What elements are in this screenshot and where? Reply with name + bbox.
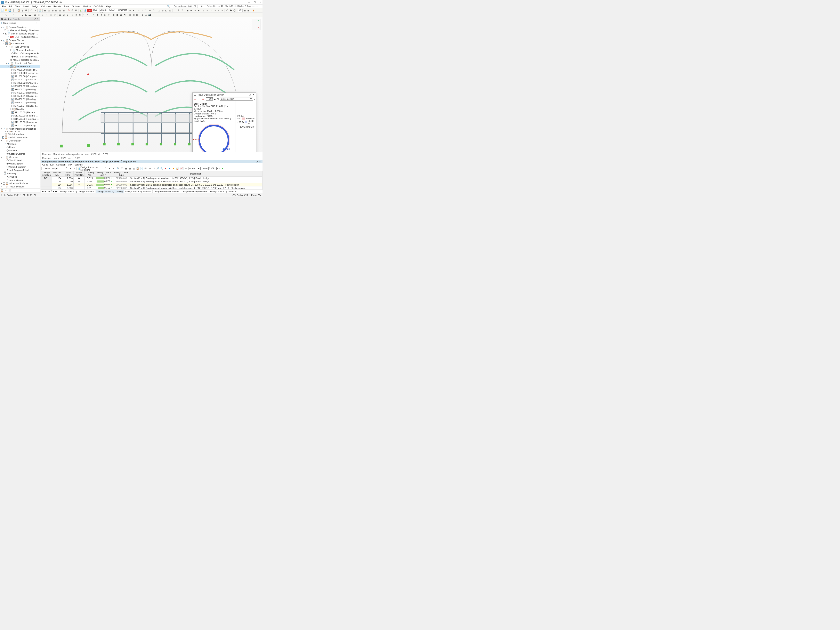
nav3-icon[interactable]: ↻: [145, 9, 148, 12]
r1-icon[interactable]: ◐: [112, 13, 115, 17]
menu-help[interactable]: Help: [105, 5, 112, 8]
mod3-icon[interactable]: ⤪: [78, 13, 81, 17]
ds-maxsel[interactable]: Max. of selected 'Design Situations': [11, 32, 39, 35]
pg-first-icon[interactable]: ⏮: [41, 190, 44, 193]
layout5-icon[interactable]: ▨: [58, 9, 62, 12]
pmenu-view[interactable]: View: [68, 163, 73, 166]
table-row[interactable]: 1341.996≅CO15 0.907 ✔SP6500.01Section Pr…: [41, 183, 262, 186]
p-prev2-icon[interactable]: ◂: [108, 167, 111, 170]
sp-6[interactable]: SP4100.03 | Bending about y…: [14, 88, 39, 91]
model1-icon[interactable]: ⬡: [226, 9, 229, 12]
th-loc[interactable]: Locationx [m]: [62, 171, 74, 177]
grid3-icon[interactable]: ⊠: [66, 13, 69, 17]
sp-0[interactable]: SP0100.00 | Negligible intern…: [14, 68, 39, 71]
dim3-icon[interactable]: ⟶: [91, 13, 94, 17]
btab-4[interactable]: Design Ratios by Member: [180, 190, 209, 193]
nf-sect[interactable]: Section: [9, 149, 17, 152]
layout6-icon[interactable]: ▩: [62, 9, 65, 12]
th-desc[interactable]: Description: [129, 171, 262, 177]
panel-dock-icon[interactable]: ⤢: [256, 160, 258, 163]
line-icon[interactable]: ／: [1, 13, 4, 17]
panel-filter1[interactable]: ⟊Steel Design˅: [41, 167, 68, 170]
nav-close-icon[interactable]: ✕: [37, 17, 39, 20]
dc-maxwit[interactable]: Max. of all design checks wit…: [14, 55, 39, 58]
print-icon[interactable]: 🖨: [21, 9, 24, 12]
scale-combo[interactable]: 10: [238, 9, 243, 12]
r2-icon[interactable]: ◑: [116, 13, 119, 17]
sect-gross-select[interactable]: Gross Section: [220, 97, 253, 101]
model3-icon[interactable]: ◯: [233, 9, 236, 12]
calc4-icon[interactable]: ⚙: [74, 9, 78, 12]
prev-icon[interactable]: ◂: [128, 9, 132, 12]
pt17-icon[interactable]: 📈: [180, 167, 183, 170]
render1-icon[interactable]: ▦: [243, 9, 246, 12]
th-mem[interactable]: MemberNo.: [52, 171, 62, 177]
sect-t1-icon[interactable]: ⟘: [193, 98, 197, 101]
pt2-icon[interactable]: ☑: [120, 167, 124, 170]
calc-icon[interactable]: 📋: [17, 9, 20, 12]
cs3-icon[interactable]: ○: [41, 13, 44, 17]
report-icon[interactable]: 🖶: [24, 9, 28, 12]
panel-filter2[interactable]: 📊 Design Ratios on Members˅: [76, 167, 107, 170]
menu-assign[interactable]: Assign: [30, 5, 39, 8]
filter-none[interactable]: None: [188, 167, 201, 170]
pmenu-settings[interactable]: Settings: [74, 163, 83, 166]
dc-root[interactable]: Design Checks: [9, 39, 24, 41]
r3-icon[interactable]: ◒: [119, 13, 123, 17]
layout1-icon[interactable]: ▦: [43, 9, 47, 12]
grid1-icon[interactable]: ⊟: [58, 13, 62, 17]
sp-4[interactable]: SP3200.02 | Shear in y-axis ac…: [14, 82, 39, 84]
axes4-icon[interactable]: ↘: [213, 9, 216, 12]
layout2-icon[interactable]: ▥: [47, 9, 51, 12]
layout4-icon[interactable]: ▧: [55, 9, 58, 12]
dc-stab[interactable]: Stability: [16, 108, 24, 111]
sp-3[interactable]: SP3100.02 | Shear in z-axis ac…: [14, 78, 39, 81]
search-input[interactable]: [173, 5, 197, 8]
sel2-icon[interactable]: ▭: [49, 13, 53, 17]
p-next2-icon[interactable]: ▸: [112, 167, 115, 170]
mod1-icon[interactable]: ↕: [71, 13, 74, 17]
box3-icon[interactable]: ◇: [193, 9, 196, 12]
axes2-icon[interactable]: ↔: [206, 9, 209, 12]
res1-icon[interactable]: ▤: [128, 13, 131, 17]
sect-more-icon[interactable]: »: [254, 98, 255, 100]
cs2-icon[interactable]: ▭: [37, 13, 40, 17]
th-lo[interactable]: LoadingNo.: [85, 171, 95, 177]
menu-file[interactable]: File: [1, 5, 7, 8]
pt7-icon[interactable]: 📄: [140, 167, 143, 170]
sect-t3-icon[interactable]: ⊥: [202, 98, 205, 101]
next-icon[interactable]: ▸: [132, 9, 135, 12]
sp-11[interactable]: SP6500.04 | Biaxial bending a…: [14, 104, 39, 107]
nf-mem[interactable]: Members: [7, 143, 16, 145]
view3-icon[interactable]: ◰: [164, 9, 168, 12]
info1-icon[interactable]: ℹ: [141, 13, 144, 17]
sect-min-icon[interactable]: —: [244, 93, 246, 96]
btab-1[interactable]: Design Ratios by Loading: [96, 190, 124, 193]
navtab-results-icon[interactable]: 📈: [8, 189, 11, 192]
box-icon[interactable]: ▣: [186, 9, 189, 12]
sect-max-icon[interactable]: ▢: [249, 93, 251, 96]
arc-icon[interactable]: ⌒: [16, 13, 19, 17]
sp-8[interactable]: SP6500.01 | Biaxial bending, …: [14, 95, 39, 97]
menu-calculate[interactable]: Calculate: [40, 5, 52, 8]
support2-icon[interactable]: ⊥: [177, 9, 180, 12]
pt1-icon[interactable]: 🔍: [117, 167, 120, 170]
pt10-icon[interactable]: ✕: [152, 167, 156, 170]
maximize-icon[interactable]: ▢: [254, 1, 256, 3]
nf-hatch[interactable]: Hatching: [7, 172, 16, 175]
loadcase-combo[interactable]: ULS (STR/GEO) - Permanent and…: [99, 9, 128, 12]
pt12-icon[interactable]: 🔍: [160, 167, 163, 170]
max-input[interactable]: [208, 167, 216, 170]
surf2-icon[interactable]: ◣: [24, 13, 28, 17]
ds-combo[interactable]: DS1: [93, 9, 99, 12]
table-row[interactable]: 1940.080CO11 0.716 ✔SP6500.02Section Pro…: [41, 186, 262, 190]
nf-wd[interactable]: With Diagram: [9, 163, 23, 165]
ds-ds1[interactable]: DS1 - ULS (STR/GEO) - Permane…: [15, 36, 39, 38]
axes6-icon[interactable]: ↖: [221, 9, 224, 12]
menu-edit[interactable]: Edit: [7, 5, 14, 8]
th-ratio[interactable]: Design CheckRatio η [--]: [95, 171, 114, 177]
sp-10[interactable]: SP6500.03 | Bending about z…: [14, 101, 39, 104]
load1-icon[interactable]: ⬇: [96, 13, 99, 17]
nf-two[interactable]: Two-Colored: [9, 159, 22, 162]
pt8-icon[interactable]: 🗗: [144, 167, 147, 170]
